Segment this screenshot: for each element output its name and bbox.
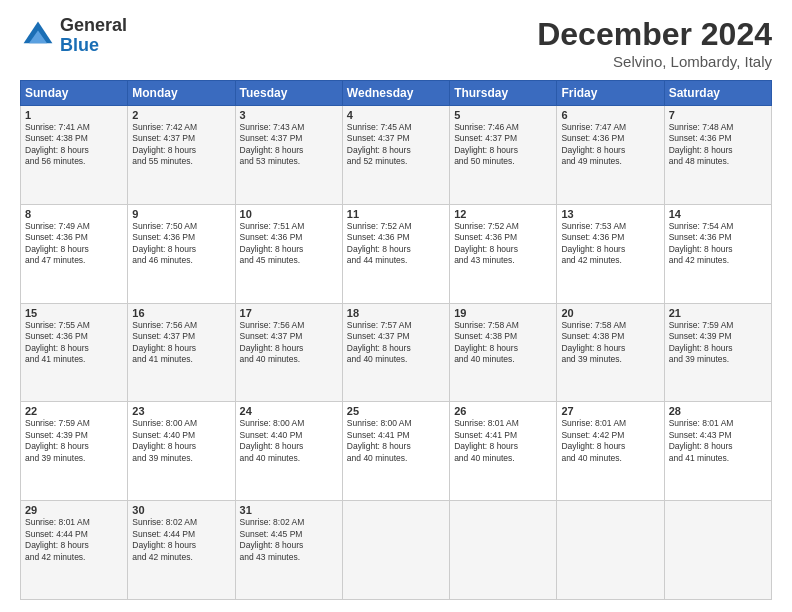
day-cell: 4Sunrise: 7:45 AMSunset: 4:37 PMDaylight… <box>342 106 449 205</box>
col-header-sunday: Sunday <box>21 81 128 106</box>
day-cell: 22Sunrise: 7:59 AMSunset: 4:39 PMDayligh… <box>21 402 128 501</box>
day-cell: 17Sunrise: 7:56 AMSunset: 4:37 PMDayligh… <box>235 303 342 402</box>
day-cell: 25Sunrise: 8:00 AMSunset: 4:41 PMDayligh… <box>342 402 449 501</box>
day-info: Sunrise: 7:45 AMSunset: 4:37 PMDaylight:… <box>347 122 445 168</box>
col-header-saturday: Saturday <box>664 81 771 106</box>
day-cell: 15Sunrise: 7:55 AMSunset: 4:36 PMDayligh… <box>21 303 128 402</box>
day-number: 5 <box>454 109 552 121</box>
day-number: 28 <box>669 405 767 417</box>
day-cell: 18Sunrise: 7:57 AMSunset: 4:37 PMDayligh… <box>342 303 449 402</box>
day-cell: 29Sunrise: 8:01 AMSunset: 4:44 PMDayligh… <box>21 501 128 600</box>
header-row: SundayMondayTuesdayWednesdayThursdayFrid… <box>21 81 772 106</box>
day-info: Sunrise: 7:56 AMSunset: 4:37 PMDaylight:… <box>240 320 338 366</box>
day-number: 25 <box>347 405 445 417</box>
day-cell: 3Sunrise: 7:43 AMSunset: 4:37 PMDaylight… <box>235 106 342 205</box>
day-cell <box>664 501 771 600</box>
day-info: Sunrise: 7:51 AMSunset: 4:36 PMDaylight:… <box>240 221 338 267</box>
day-number: 19 <box>454 307 552 319</box>
logo-blue: Blue <box>60 35 99 55</box>
col-header-thursday: Thursday <box>450 81 557 106</box>
week-row-2: 8Sunrise: 7:49 AMSunset: 4:36 PMDaylight… <box>21 204 772 303</box>
day-info: Sunrise: 7:43 AMSunset: 4:37 PMDaylight:… <box>240 122 338 168</box>
day-info: Sunrise: 7:55 AMSunset: 4:36 PMDaylight:… <box>25 320 123 366</box>
day-number: 8 <box>25 208 123 220</box>
day-cell: 24Sunrise: 8:00 AMSunset: 4:40 PMDayligh… <box>235 402 342 501</box>
day-number: 13 <box>561 208 659 220</box>
col-header-friday: Friday <box>557 81 664 106</box>
day-cell: 10Sunrise: 7:51 AMSunset: 4:36 PMDayligh… <box>235 204 342 303</box>
day-info: Sunrise: 7:41 AMSunset: 4:38 PMDaylight:… <box>25 122 123 168</box>
day-number: 14 <box>669 208 767 220</box>
day-info: Sunrise: 7:46 AMSunset: 4:37 PMDaylight:… <box>454 122 552 168</box>
day-number: 7 <box>669 109 767 121</box>
day-info: Sunrise: 7:58 AMSunset: 4:38 PMDaylight:… <box>561 320 659 366</box>
location: Selvino, Lombardy, Italy <box>537 53 772 70</box>
day-number: 12 <box>454 208 552 220</box>
day-info: Sunrise: 7:58 AMSunset: 4:38 PMDaylight:… <box>454 320 552 366</box>
day-number: 20 <box>561 307 659 319</box>
day-cell: 6Sunrise: 7:47 AMSunset: 4:36 PMDaylight… <box>557 106 664 205</box>
day-info: Sunrise: 8:00 AMSunset: 4:41 PMDaylight:… <box>347 418 445 464</box>
week-row-5: 29Sunrise: 8:01 AMSunset: 4:44 PMDayligh… <box>21 501 772 600</box>
day-number: 26 <box>454 405 552 417</box>
day-number: 6 <box>561 109 659 121</box>
day-number: 21 <box>669 307 767 319</box>
col-header-monday: Monday <box>128 81 235 106</box>
col-header-wednesday: Wednesday <box>342 81 449 106</box>
day-info: Sunrise: 7:59 AMSunset: 4:39 PMDaylight:… <box>669 320 767 366</box>
day-cell: 31Sunrise: 8:02 AMSunset: 4:45 PMDayligh… <box>235 501 342 600</box>
day-cell: 5Sunrise: 7:46 AMSunset: 4:37 PMDaylight… <box>450 106 557 205</box>
day-cell: 9Sunrise: 7:50 AMSunset: 4:36 PMDaylight… <box>128 204 235 303</box>
day-cell: 27Sunrise: 8:01 AMSunset: 4:42 PMDayligh… <box>557 402 664 501</box>
day-info: Sunrise: 7:49 AMSunset: 4:36 PMDaylight:… <box>25 221 123 267</box>
day-number: 10 <box>240 208 338 220</box>
week-row-4: 22Sunrise: 7:59 AMSunset: 4:39 PMDayligh… <box>21 402 772 501</box>
day-info: Sunrise: 7:48 AMSunset: 4:36 PMDaylight:… <box>669 122 767 168</box>
day-cell <box>450 501 557 600</box>
day-cell: 26Sunrise: 8:01 AMSunset: 4:41 PMDayligh… <box>450 402 557 501</box>
day-info: Sunrise: 7:42 AMSunset: 4:37 PMDaylight:… <box>132 122 230 168</box>
day-number: 22 <box>25 405 123 417</box>
day-info: Sunrise: 7:52 AMSunset: 4:36 PMDaylight:… <box>454 221 552 267</box>
day-cell: 14Sunrise: 7:54 AMSunset: 4:36 PMDayligh… <box>664 204 771 303</box>
day-number: 9 <box>132 208 230 220</box>
logo-general: General <box>60 16 127 36</box>
day-cell: 30Sunrise: 8:02 AMSunset: 4:44 PMDayligh… <box>128 501 235 600</box>
day-cell <box>557 501 664 600</box>
day-info: Sunrise: 8:00 AMSunset: 4:40 PMDaylight:… <box>132 418 230 464</box>
col-header-tuesday: Tuesday <box>235 81 342 106</box>
day-info: Sunrise: 8:01 AMSunset: 4:42 PMDaylight:… <box>561 418 659 464</box>
day-number: 3 <box>240 109 338 121</box>
day-number: 31 <box>240 504 338 516</box>
day-info: Sunrise: 7:57 AMSunset: 4:37 PMDaylight:… <box>347 320 445 366</box>
day-info: Sunrise: 8:00 AMSunset: 4:40 PMDaylight:… <box>240 418 338 464</box>
day-number: 2 <box>132 109 230 121</box>
day-cell: 8Sunrise: 7:49 AMSunset: 4:36 PMDaylight… <box>21 204 128 303</box>
day-cell: 1Sunrise: 7:41 AMSunset: 4:38 PMDaylight… <box>21 106 128 205</box>
day-info: Sunrise: 7:52 AMSunset: 4:36 PMDaylight:… <box>347 221 445 267</box>
day-number: 23 <box>132 405 230 417</box>
day-cell: 11Sunrise: 7:52 AMSunset: 4:36 PMDayligh… <box>342 204 449 303</box>
week-row-1: 1Sunrise: 7:41 AMSunset: 4:38 PMDaylight… <box>21 106 772 205</box>
day-cell: 12Sunrise: 7:52 AMSunset: 4:36 PMDayligh… <box>450 204 557 303</box>
day-info: Sunrise: 8:02 AMSunset: 4:44 PMDaylight:… <box>132 517 230 563</box>
day-info: Sunrise: 7:54 AMSunset: 4:36 PMDaylight:… <box>669 221 767 267</box>
logo-icon <box>20 18 56 54</box>
week-row-3: 15Sunrise: 7:55 AMSunset: 4:36 PMDayligh… <box>21 303 772 402</box>
day-number: 17 <box>240 307 338 319</box>
title-block: December 2024 Selvino, Lombardy, Italy <box>537 16 772 70</box>
day-number: 15 <box>25 307 123 319</box>
day-cell: 19Sunrise: 7:58 AMSunset: 4:38 PMDayligh… <box>450 303 557 402</box>
page: General Blue December 2024 Selvino, Lomb… <box>0 0 792 612</box>
day-cell: 7Sunrise: 7:48 AMSunset: 4:36 PMDaylight… <box>664 106 771 205</box>
day-cell <box>342 501 449 600</box>
day-info: Sunrise: 7:47 AMSunset: 4:36 PMDaylight:… <box>561 122 659 168</box>
day-number: 24 <box>240 405 338 417</box>
day-cell: 2Sunrise: 7:42 AMSunset: 4:37 PMDaylight… <box>128 106 235 205</box>
day-info: Sunrise: 8:01 AMSunset: 4:43 PMDaylight:… <box>669 418 767 464</box>
day-cell: 16Sunrise: 7:56 AMSunset: 4:37 PMDayligh… <box>128 303 235 402</box>
day-info: Sunrise: 7:50 AMSunset: 4:36 PMDaylight:… <box>132 221 230 267</box>
day-cell: 13Sunrise: 7:53 AMSunset: 4:36 PMDayligh… <box>557 204 664 303</box>
month-year: December 2024 <box>537 16 772 53</box>
day-info: Sunrise: 8:01 AMSunset: 4:41 PMDaylight:… <box>454 418 552 464</box>
